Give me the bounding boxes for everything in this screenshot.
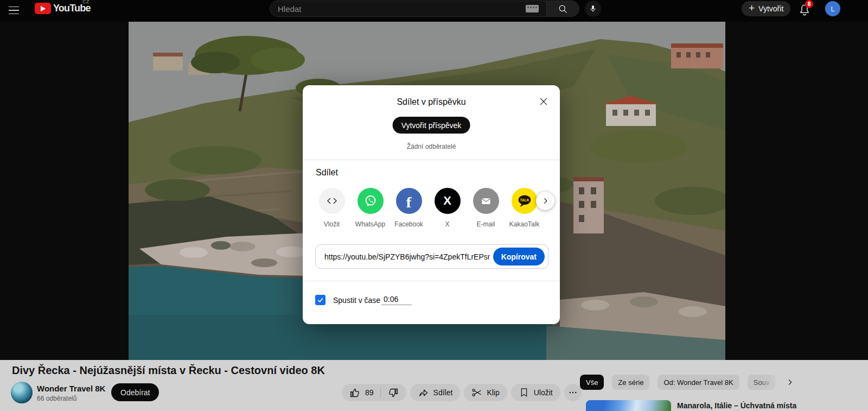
hamburger-menu-icon[interactable] bbox=[9, 4, 24, 17]
checkmark-icon bbox=[317, 296, 324, 303]
video-title: Divy Řecka - Nejúžasnější místa v Řecku … bbox=[12, 364, 325, 377]
start-at-checkbox[interactable] bbox=[315, 295, 326, 305]
chevron-right-icon bbox=[786, 378, 794, 387]
kakaotalk-icon: TALK bbox=[512, 188, 538, 214]
save-button-label: Uložit bbox=[534, 388, 553, 397]
watch-page-info: Divy Řecka - Nejúžasnější místa v Řecku … bbox=[0, 360, 868, 411]
chip-all[interactable]: Vše bbox=[580, 375, 604, 390]
action-bar: 89 Sdílet Klip bbox=[342, 384, 582, 401]
more-actions-button[interactable] bbox=[564, 384, 582, 401]
share-carousel-next-button[interactable] bbox=[536, 192, 554, 210]
like-dislike-pill: 89 bbox=[342, 384, 406, 401]
scissors-icon bbox=[471, 387, 482, 398]
youtube-play-icon bbox=[35, 3, 51, 14]
start-time-input[interactable] bbox=[381, 294, 412, 305]
whatsapp-icon bbox=[358, 188, 384, 214]
channel-name[interactable]: Wonder Travel 8K bbox=[37, 384, 105, 393]
share-button[interactable]: Sdílet bbox=[410, 384, 461, 401]
share-url-input[interactable] bbox=[316, 252, 493, 261]
search-bar bbox=[270, 1, 579, 17]
search-input[interactable] bbox=[270, 1, 526, 16]
embed-code-icon bbox=[319, 188, 345, 214]
divider bbox=[303, 160, 560, 160]
logo-country-code: CZ bbox=[82, 0, 90, 4]
chip-from-series[interactable]: Ze série bbox=[612, 375, 649, 390]
youtube-logo[interactable]: YouTube bbox=[35, 3, 91, 14]
share-button-label: Sdílet bbox=[433, 388, 453, 397]
mic-button[interactable] bbox=[585, 1, 601, 17]
like-count: 89 bbox=[365, 388, 374, 397]
x-logo-icon: X bbox=[435, 188, 461, 214]
share-target-kakaotalk[interactable]: TALK KakaoTalk bbox=[505, 188, 544, 228]
create-button-label: Vytvořit bbox=[758, 4, 783, 13]
close-icon bbox=[538, 96, 549, 107]
search-icon bbox=[558, 4, 568, 14]
like-button[interactable]: 89 bbox=[349, 387, 374, 399]
chip-fade bbox=[761, 375, 775, 390]
subscribe-button[interactable]: Odebírat bbox=[111, 383, 159, 401]
thumbs-down-icon bbox=[387, 387, 399, 399]
more-icon bbox=[568, 388, 578, 397]
share-dialog: Sdílet v příspěvku Vytvořit příspěvek Žá… bbox=[303, 85, 560, 324]
chip-from-channel[interactable]: Od: Wonder Travel 8K bbox=[658, 375, 739, 390]
search-button[interactable] bbox=[546, 1, 579, 16]
plus-icon: + bbox=[749, 2, 755, 14]
start-at-label: Spustit v čase bbox=[333, 296, 380, 305]
divider bbox=[380, 388, 381, 397]
share-target-email[interactable]: E-mail bbox=[467, 188, 505, 228]
user-avatar[interactable]: L bbox=[825, 1, 840, 16]
related-filter-chips: Vše Ze série Od: Wonder Travel 8K Souv bbox=[580, 375, 796, 390]
subscribers-note: Žádní odběratelé bbox=[303, 143, 560, 150]
keyboard-icon[interactable] bbox=[526, 5, 539, 12]
dislike-button[interactable] bbox=[387, 387, 399, 399]
copy-button[interactable]: Kopírovat bbox=[493, 248, 545, 265]
chips-next-button[interactable] bbox=[783, 376, 796, 389]
thumbs-up-icon bbox=[349, 387, 361, 399]
notification-badge: 8 bbox=[805, 0, 813, 8]
share-url-box: Kopírovat bbox=[315, 244, 548, 269]
share-target-x[interactable]: X X bbox=[428, 188, 467, 228]
masthead: YouTube CZ + Vytvořit 8 L bbox=[0, 0, 868, 22]
email-icon bbox=[473, 188, 499, 214]
mic-icon bbox=[589, 4, 597, 13]
share-target-facebook[interactable]: f Facebook bbox=[390, 188, 428, 228]
clip-button-label: Klip bbox=[487, 388, 499, 397]
suggested-video-thumbnail[interactable] bbox=[586, 400, 671, 411]
create-button[interactable]: + Vytvořit bbox=[742, 1, 790, 16]
youtube-logo-text: YouTube bbox=[53, 3, 91, 14]
share-target-embed[interactable]: Vložit bbox=[312, 188, 351, 228]
chip-related-truncated[interactable]: Souv bbox=[748, 375, 776, 390]
chevron-right-icon bbox=[541, 197, 549, 205]
bookmark-icon bbox=[519, 387, 529, 398]
dialog-title: Sdílet v příspěvku bbox=[303, 97, 560, 107]
facebook-icon: f bbox=[396, 188, 422, 214]
create-post-button[interactable]: Vytvořit příspěvek bbox=[393, 117, 470, 134]
share-icon bbox=[418, 387, 429, 399]
share-target-whatsapp[interactable]: WhatsApp bbox=[351, 188, 390, 228]
channel-subscribers: 66 odběratelů bbox=[37, 395, 76, 402]
close-button[interactable] bbox=[535, 93, 552, 110]
suggested-video-title-partial[interactable]: Manarola, Itálie – Úchvatná místa bbox=[677, 401, 829, 411]
svg-text:TALK: TALK bbox=[520, 198, 529, 202]
clip-button[interactable]: Klip bbox=[464, 384, 507, 401]
share-targets-row: Vložit WhatsApp f Facebook X X bbox=[312, 188, 544, 228]
divider bbox=[303, 281, 560, 281]
channel-avatar[interactable] bbox=[11, 382, 33, 403]
share-heading: Sdílet bbox=[316, 168, 338, 178]
save-button[interactable]: Uložit bbox=[511, 384, 560, 401]
